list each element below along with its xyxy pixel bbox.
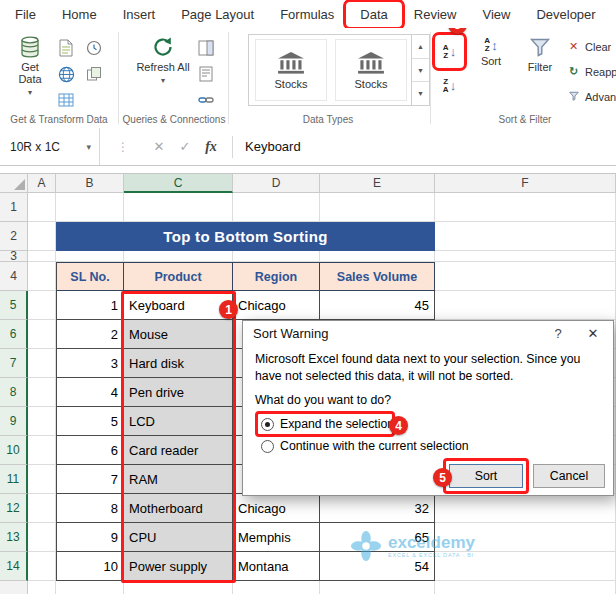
cell-D4[interactable]: Region: [233, 262, 320, 291]
queries-connections-icon[interactable]: [194, 36, 218, 60]
sort-a-to-z-button[interactable]: AZ↓ 3: [436, 36, 463, 67]
cell-A12[interactable]: [28, 494, 56, 523]
cell-C15[interactable]: [124, 581, 233, 594]
cell-A11[interactable]: [28, 465, 56, 494]
cell-C9[interactable]: LCD: [124, 407, 233, 436]
row-header-14[interactable]: 14: [0, 552, 28, 581]
column-header-D[interactable]: D: [233, 174, 320, 193]
row-header-5[interactable]: 5: [0, 291, 28, 320]
cell-A14[interactable]: [28, 552, 56, 581]
row-header-8[interactable]: 8: [0, 378, 28, 407]
cell-A9[interactable]: [28, 407, 56, 436]
column-header-C[interactable]: C: [124, 174, 233, 193]
radio-unselected-icon[interactable]: [261, 440, 274, 453]
cell-B9[interactable]: 5: [56, 407, 124, 436]
cell-A3[interactable]: [28, 251, 56, 262]
sort-button[interactable]: Sort: [449, 464, 523, 488]
advanced-filter-button[interactable]: Advanced: [566, 90, 616, 104]
properties-icon[interactable]: [194, 62, 218, 86]
recent-sources-icon[interactable]: [82, 36, 106, 60]
ribbon-tab-data[interactable]: Data: [347, 3, 400, 26]
cell-F15[interactable]: [435, 581, 616, 594]
ribbon-tab-file[interactable]: File: [2, 3, 49, 26]
cell-E3[interactable]: [320, 251, 435, 262]
column-header-F[interactable]: F: [435, 174, 616, 193]
cell-A7[interactable]: [28, 349, 56, 378]
cell-B5[interactable]: 1: [56, 291, 124, 320]
cell-D15[interactable]: [233, 581, 320, 594]
cancel-button[interactable]: Cancel: [533, 464, 605, 488]
row-header-11[interactable]: 11: [0, 465, 28, 494]
cell-F2[interactable]: [435, 222, 616, 251]
cell-A1[interactable]: [28, 193, 56, 222]
cell-B15[interactable]: [56, 581, 124, 594]
cell-A4[interactable]: [28, 262, 56, 291]
from-table-range-icon[interactable]: [54, 88, 78, 112]
enter-entry-icon[interactable]: ✓: [172, 139, 198, 154]
cell-B8[interactable]: 4: [56, 378, 124, 407]
gallery-more-icon[interactable]: ▼: [412, 82, 429, 105]
cell-F5[interactable]: [435, 291, 616, 320]
cell-A8[interactable]: [28, 378, 56, 407]
select-all-button[interactable]: [0, 174, 28, 193]
ribbon-tab-formulas[interactable]: Formulas: [267, 3, 347, 26]
cell-C7[interactable]: Hard disk: [124, 349, 233, 378]
cell-E5[interactable]: 45: [320, 291, 435, 320]
row-header-4[interactable]: 4: [0, 262, 28, 291]
cell-E1[interactable]: [320, 193, 435, 222]
cell-B6[interactable]: 2: [56, 320, 124, 349]
cell-F3[interactable]: [435, 251, 616, 262]
dialog-close-icon[interactable]: ✕: [573, 326, 613, 341]
name-box-dropdown-icon[interactable]: ▾: [86, 142, 91, 152]
gallery-scroll-down-icon[interactable]: ▼: [412, 59, 429, 83]
cell-B1[interactable]: [56, 193, 124, 222]
cell-A13[interactable]: [28, 523, 56, 552]
cell-B7[interactable]: 3: [56, 349, 124, 378]
ribbon-tab-home[interactable]: Home: [49, 3, 110, 26]
cell-C14[interactable]: Power supply: [124, 552, 233, 581]
row-header-7[interactable]: 7: [0, 349, 28, 378]
cell-B13[interactable]: 9: [56, 523, 124, 552]
cancel-entry-icon[interactable]: ✕: [146, 139, 172, 154]
sort-z-to-a-button[interactable]: ZA↓: [436, 70, 463, 101]
column-header-B[interactable]: B: [56, 174, 124, 193]
existing-connections-icon[interactable]: [82, 62, 106, 86]
cell-D13[interactable]: Memphis: [233, 523, 320, 552]
from-text-csv-icon[interactable]: [54, 36, 78, 60]
cell-B10[interactable]: 6: [56, 436, 124, 465]
cell-C5[interactable]: Keyboard: [124, 291, 233, 320]
sort-button-ribbon[interactable]: AZ↕ Sort: [470, 34, 512, 110]
cell-D3[interactable]: [233, 251, 320, 262]
cell-D1[interactable]: [233, 193, 320, 222]
cell-A5[interactable]: [28, 291, 56, 320]
ribbon-tab-developer[interactable]: Developer: [523, 3, 608, 26]
cell-C11[interactable]: RAM: [124, 465, 233, 494]
column-header-A[interactable]: A: [28, 174, 56, 193]
radio-selected-icon[interactable]: [261, 418, 274, 431]
row-header-3[interactable]: 3: [0, 251, 28, 262]
cell-B4[interactable]: SL No.: [56, 262, 124, 291]
stocks-data-type-tile-2[interactable]: Stocks: [335, 39, 407, 101]
cell-B14[interactable]: 10: [56, 552, 124, 581]
gallery-scroll-up-icon[interactable]: ▲: [412, 35, 429, 59]
from-web-icon[interactable]: [54, 62, 78, 86]
reapply-button[interactable]: ↻ Reapply: [566, 65, 616, 78]
cell-B3[interactable]: [56, 251, 124, 262]
stocks-data-type-tile-1[interactable]: Stocks: [255, 39, 327, 101]
row-header-1[interactable]: 1: [0, 193, 28, 222]
edit-links-icon[interactable]: [194, 88, 218, 112]
cell-A15[interactable]: [28, 581, 56, 594]
cell-F4[interactable]: [435, 262, 616, 291]
row-header-6[interactable]: 6: [0, 320, 28, 349]
ribbon-tab-review[interactable]: Review: [401, 3, 470, 26]
cell-C12[interactable]: Motherboard: [124, 494, 233, 523]
refresh-all-button[interactable]: Refresh All▾: [136, 34, 190, 110]
cell-C13[interactable]: CPU: [124, 523, 233, 552]
cell-F12[interactable]: [435, 494, 616, 523]
formula-bar-value[interactable]: Keyboard: [239, 139, 301, 154]
radio-expand-the-selection[interactable]: Expand the selection: [261, 415, 394, 433]
row-header-9[interactable]: 9: [0, 407, 28, 436]
name-box[interactable]: 10R x 1C ▾: [0, 128, 100, 165]
insert-function-icon[interactable]: fx: [198, 139, 224, 155]
dialog-titlebar[interactable]: Sort Warning ? ✕: [243, 321, 613, 345]
